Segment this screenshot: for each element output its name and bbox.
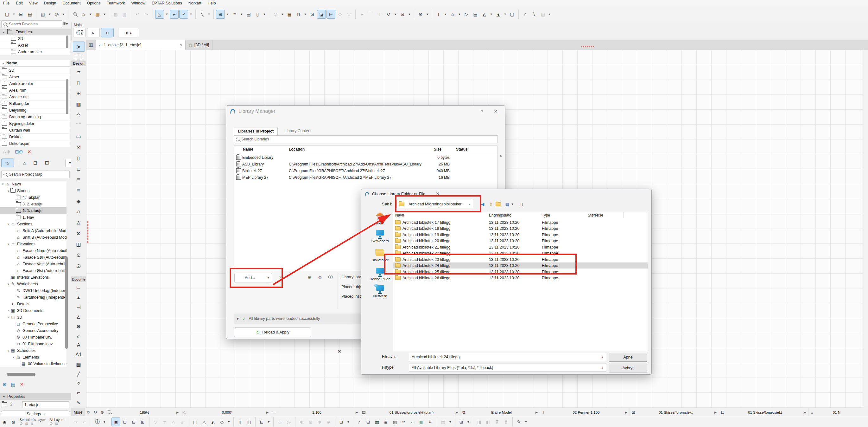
publish-caret[interactable]: ▼	[48, 10, 52, 19]
mesh-tool[interactable]: ⊠	[73, 142, 84, 152]
list-item[interactable]: Andre arealer	[0, 81, 70, 87]
linear-dimension-tool[interactable]: ⊣	[73, 303, 84, 312]
tree-item-story-selected[interactable]: 2. 1. etasje	[0, 207, 66, 214]
label-tool[interactable]: A1	[73, 350, 84, 360]
layers-caret[interactable]: ▼	[102, 10, 107, 19]
tree-item-story[interactable]: 4. Takplan	[0, 194, 66, 201]
structure-display-control[interactable]: ⧉Entire Model▶	[460, 408, 540, 416]
tree-item-elevation[interactable]: ⌂Fasade Vest (Auto-rebuild	[0, 261, 66, 267]
group-icon[interactable]: ◇	[336, 10, 344, 19]
snap-points-icon[interactable]: ✓	[179, 10, 188, 19]
tree-item-schedule[interactable]: ▦00 Volumstudie/konsept	[0, 361, 66, 367]
lock-layer-icon[interactable]: ⊡	[25, 422, 28, 425]
inject-pen-icon[interactable]: ∖	[530, 10, 538, 19]
spline-tool[interactable]: ∿	[73, 398, 84, 407]
guide-lines-caret[interactable]: ▼	[165, 10, 169, 19]
lock-caret[interactable]: ▼	[280, 10, 285, 19]
dimensions-pref-icon[interactable]: ▤	[439, 418, 447, 426]
list-item[interactable]: Curtain wall	[0, 127, 70, 134]
library-row[interactable]: Bibliotek 27C:\Program Files\GRAPHISOFT\…	[234, 167, 497, 174]
roof-tool[interactable]: ◇	[73, 110, 84, 119]
grid-display-icon[interactable]: ⌗	[426, 418, 434, 426]
search-icon[interactable]	[71, 10, 79, 19]
composites-icon[interactable]: ≣	[382, 418, 390, 426]
eraser-icon[interactable]: ⊟	[364, 418, 372, 426]
zoom-box-icon[interactable]	[106, 410, 113, 415]
element-info-caret[interactable]: ▼	[262, 10, 267, 19]
graphic-override-control[interactable]: ⧠01 Skisse/forprosjekt▶	[719, 408, 808, 416]
show-all-icon[interactable]: ∅	[50, 422, 53, 425]
grid-snap-icon[interactable]: ⌗	[230, 10, 239, 19]
view-menu-caret[interactable]: ▼	[510, 200, 514, 208]
file-row[interactable]: Archicad bibliotek 18 tillegg13.11.2023 …	[393, 225, 648, 231]
list-item[interactable]: 2D	[0, 67, 70, 74]
path-3d-caret[interactable]: ▼	[503, 10, 507, 19]
choose-library-titlebar[interactable]: Choose Library Folder or File ✕	[361, 189, 651, 198]
file-row[interactable]: Archicad bibliotek 22 tillegg13.11.2023 …	[393, 250, 648, 256]
favorites-folder[interactable]: Akser	[0, 42, 70, 49]
favorites-root[interactable]: ∨ Favorites	[0, 29, 71, 35]
tree-item-project[interactable]: ∨⌂Navn	[0, 181, 66, 187]
expander[interactable]: ∨	[6, 223, 10, 226]
cancel-button[interactable]: Avbryt	[609, 364, 647, 372]
home-story-caret[interactable]: ▼	[457, 10, 462, 19]
tree-scrollbar[interactable]	[65, 257, 68, 349]
back-icon[interactable]: ◀	[479, 200, 487, 208]
menu-help[interactable]: Help	[205, 0, 219, 6]
redo-small-icon[interactable]: ↷	[71, 418, 80, 426]
menu-file[interactable]: File	[0, 0, 13, 6]
expander[interactable]: ∨	[6, 243, 10, 246]
list-item[interactable]: Belysning	[0, 107, 70, 114]
shadows-icon[interactable]: ◭	[209, 418, 217, 426]
cursor-snap-a-icon[interactable]: ◪	[317, 10, 326, 19]
tree-item-elevation[interactable]: ⌂Fasade Sør (Auto-rebuild	[0, 254, 66, 261]
story-name-input[interactable]: 1. etasje	[22, 401, 69, 408]
callout-tool[interactable]: ↙	[73, 331, 84, 340]
info-caret[interactable]: ▼	[102, 418, 107, 426]
column-header-navn[interactable]: ˆNavn	[395, 211, 404, 219]
favorites-building-icon[interactable]: ⌂	[80, 10, 88, 19]
line-types-icon[interactable]: ≋	[400, 418, 408, 426]
pen-color-icon[interactable]: ⌐	[408, 418, 417, 426]
tree-item-section[interactable]: ⌂Snitt A (Auto-rebuild Mod	[0, 227, 66, 234]
explode-icon[interactable]: ⊠	[308, 10, 316, 19]
filetype-caret[interactable]: ∨	[601, 366, 603, 369]
info-icon[interactable]: ⓘ	[93, 418, 102, 426]
tree-item-details[interactable]: ◐Details	[0, 301, 66, 307]
view-map-icon[interactable]: ⌂	[23, 161, 26, 166]
file-row[interactable]: Archicad bibliotek 26 tillegg13.11.2023 …	[393, 275, 648, 281]
text-style-caret[interactable]: ▼	[443, 10, 448, 19]
library-row[interactable]: Embedded Library0 bytes	[234, 154, 497, 161]
profile-caret[interactable]: ▼	[61, 10, 66, 19]
line-tool-icon[interactable]: ╲	[198, 10, 206, 19]
hide-layer-icon[interactable]: ∅	[20, 422, 23, 425]
dimension-icon[interactable]: ▦	[285, 10, 293, 19]
tab-3d-all[interactable]: ◻ [3D / All]	[186, 40, 213, 50]
grid-snap-caret[interactable]: ▼	[239, 10, 244, 19]
angle-dimension-tool[interactable]: ∠	[73, 312, 84, 321]
beam-tool[interactable]: ⊏	[73, 164, 84, 173]
tree-item-camera-path[interactable]: ⊙00 Filmbane Utv.	[0, 334, 66, 340]
close-button[interactable]: ✕	[490, 109, 501, 114]
dimension-tool[interactable]: ⊢	[73, 283, 84, 293]
tab-library-content[interactable]: Library Content	[281, 127, 315, 135]
list-item[interactable]: Brann og rømning	[0, 114, 70, 120]
up-folder-icon[interactable]: ⇧	[487, 200, 495, 208]
triangle-ruler-caret[interactable]: ▼	[489, 10, 493, 19]
name-list-scrollbar[interactable]	[66, 79, 68, 114]
guide-lines-icon[interactable]: ◺	[155, 10, 164, 19]
align-icon[interactable]: ⊤	[376, 10, 384, 19]
lock-all-icon[interactable]: ⊡	[55, 422, 58, 425]
slab-tool[interactable]: ▭	[73, 132, 84, 141]
column-header-endringsdato[interactable]: Endringsdato	[489, 211, 512, 219]
embed-library-icon[interactable]: ⊞	[305, 273, 314, 282]
circle-tool[interactable]: ○	[73, 378, 84, 388]
story-down-icon[interactable]: ⊟	[130, 418, 138, 426]
render-icon[interactable]: ▧	[539, 10, 547, 19]
favorites-folder[interactable]: Andre arealer	[0, 49, 70, 55]
expander[interactable]: ∨	[6, 316, 10, 319]
list-item[interactable]: Bygningsdeler	[0, 120, 70, 127]
library-info-icon[interactable]: ⓘ	[326, 273, 335, 282]
profile-icon[interactable]: ◎	[53, 10, 61, 19]
unlock-layer-icon[interactable]: ⊟	[31, 422, 34, 425]
